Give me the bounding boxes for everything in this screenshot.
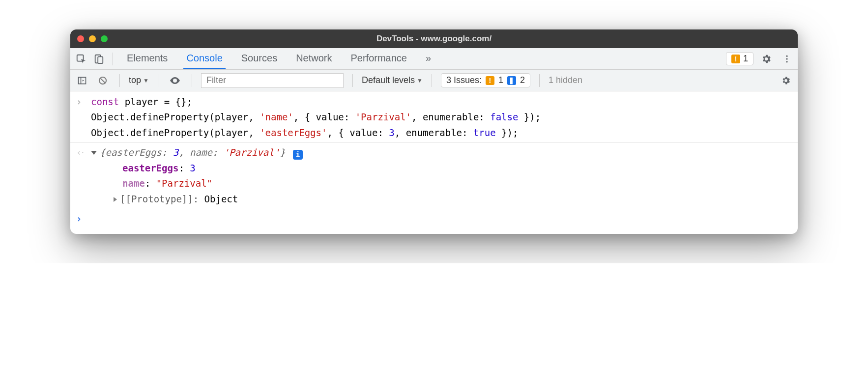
separator: [432, 74, 432, 87]
svg-point-3: [786, 55, 787, 56]
prop-key: easterEggs: [122, 163, 178, 173]
prop-value: 3: [190, 163, 195, 173]
warnings-badge[interactable]: ! 1: [726, 52, 753, 65]
object-property-row: name: "Parzival": [70, 176, 798, 191]
device-toggle-icon[interactable]: [91, 51, 107, 67]
window-titlebar: DevTools - www.google.com/: [70, 29, 798, 48]
console-settings-gear-icon[interactable]: [778, 73, 794, 88]
warning-icon: !: [486, 76, 494, 85]
tab-sources[interactable]: Sources: [238, 49, 280, 69]
tab-performance[interactable]: Performance: [348, 49, 410, 69]
row-divider: [70, 209, 798, 209]
svg-point-4: [786, 58, 787, 59]
object-preview[interactable]: {easterEggs: 3, name: 'Parzival'} i: [91, 145, 792, 160]
inspect-element-icon[interactable]: [73, 51, 89, 67]
tab-network[interactable]: Network: [293, 49, 335, 69]
console-toolbar: top ▼ Default levels ▼ 3 Issues: ! 1 ❚ 2…: [70, 70, 798, 91]
main-tabbar: Elements Console Sources Network Perform…: [70, 48, 798, 70]
context-selector[interactable]: top ▼: [129, 75, 149, 85]
live-expression-eye-icon[interactable]: [167, 73, 183, 88]
svg-rect-2: [98, 56, 103, 63]
window-title: DevTools - www.google.com/: [70, 34, 798, 44]
gutter: [76, 192, 91, 206]
console-input-row: Object.defineProperty(player, 'easterEgg…: [70, 125, 798, 140]
tabs-overflow-button[interactable]: »: [423, 49, 434, 69]
prototype-line[interactable]: [[Prototype]]: Object: [91, 192, 792, 206]
output-indicator-icon: [76, 145, 91, 160]
separator: [352, 74, 353, 87]
separator: [192, 74, 192, 87]
warnings-count: 1: [743, 54, 748, 64]
separator: [113, 53, 113, 65]
settings-gear-icon[interactable]: [758, 51, 774, 67]
tab-console[interactable]: Console: [183, 49, 225, 69]
console-input-row: const player = {};: [70, 94, 798, 110]
input-code-line-1[interactable]: const player = {};: [91, 95, 792, 109]
separator: [158, 74, 158, 87]
console-output: const player = {}; Object.defineProperty…: [70, 91, 798, 234]
svg-rect-6: [79, 77, 86, 84]
toggle-sidebar-icon[interactable]: [74, 73, 90, 88]
separator: [119, 74, 120, 87]
panel-tabs: Elements Console Sources Network Perform…: [124, 49, 434, 69]
prop-value: "Parzival": [156, 178, 212, 189]
kebab-menu-icon[interactable]: [779, 51, 795, 67]
devtools-window: DevTools - www.google.com/ Elements Cons…: [70, 29, 798, 234]
prototype-value: Object: [204, 194, 238, 204]
issues-warn-count: 1: [498, 75, 503, 85]
input-code-line-2[interactable]: Object.defineProperty(player, 'name', { …: [91, 110, 792, 124]
row-divider: [70, 142, 798, 143]
issues-info-count: 2: [520, 75, 525, 85]
console-input[interactable]: [91, 212, 792, 226]
gutter: [76, 110, 91, 124]
context-label: top: [129, 75, 141, 85]
log-levels-selector[interactable]: Default levels ▼: [362, 75, 423, 85]
dropdown-caret-icon: ▼: [143, 77, 149, 84]
levels-label: Default levels: [362, 75, 415, 85]
svg-point-5: [786, 61, 787, 62]
console-prompt-row[interactable]: [70, 211, 798, 226]
hidden-messages-label: 1 hidden: [549, 75, 582, 85]
dropdown-caret-icon: ▼: [417, 77, 423, 84]
object-info-icon[interactable]: i: [293, 150, 303, 160]
tab-elements[interactable]: Elements: [124, 49, 171, 69]
prototype-key: [[Prototype]]: [120, 194, 193, 204]
separator: [539, 74, 540, 87]
expand-caret-icon[interactable]: [114, 197, 117, 202]
clear-console-icon[interactable]: [95, 73, 111, 88]
prop-nonenumerable[interactable]: name: "Parzival": [91, 176, 792, 191]
console-input-row: Object.defineProperty(player, 'name', { …: [70, 110, 798, 125]
input-code-line-3[interactable]: Object.defineProperty(player, 'easterEgg…: [91, 126, 792, 140]
object-property-row: easterEggs: 3: [70, 161, 798, 176]
filter-input[interactable]: [201, 73, 344, 88]
prop-key: name: [122, 178, 145, 189]
prop-enumerable[interactable]: easterEggs: 3: [91, 161, 792, 175]
prompt-icon: [76, 212, 91, 226]
gutter: [76, 126, 91, 140]
object-prototype-row: [[Prototype]]: Object: [70, 192, 798, 207]
issues-label: 3 Issues:: [446, 75, 482, 85]
warning-icon: !: [731, 55, 740, 63]
gutter: [76, 176, 91, 191]
input-prompt-icon: [76, 95, 91, 109]
gutter: [76, 161, 91, 175]
info-icon: ❚: [507, 76, 516, 85]
console-output-row: {easterEggs: 3, name: 'Parzival'} i: [70, 145, 798, 160]
expand-caret-icon[interactable]: [91, 151, 97, 155]
issues-summary[interactable]: 3 Issues: ! 1 ❚ 2: [441, 73, 530, 87]
